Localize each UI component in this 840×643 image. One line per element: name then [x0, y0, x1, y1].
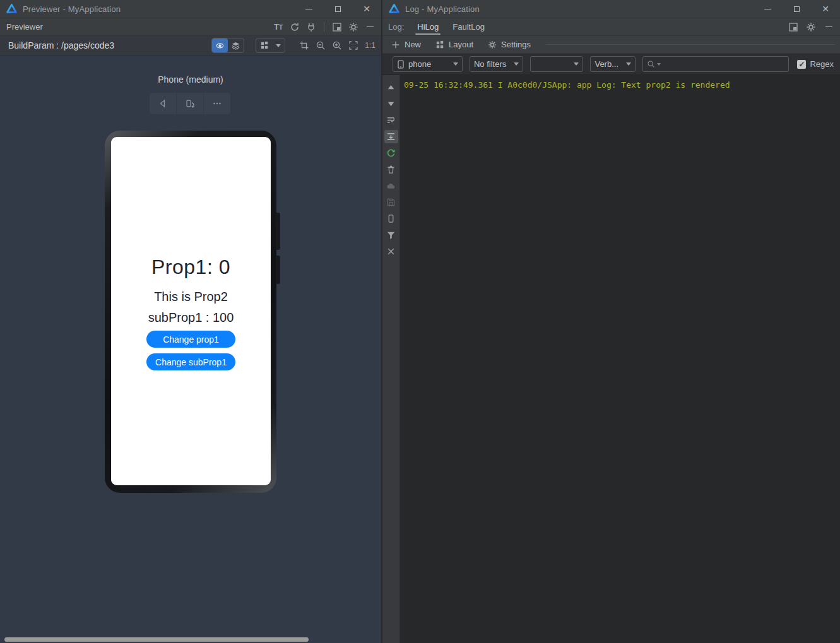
chevron-down-icon — [453, 62, 458, 66]
close-button[interactable]: ✕ — [352, 0, 381, 18]
tab-faultlog[interactable]: FaultLog — [446, 18, 492, 35]
previewer-toolbar: Previewer TT — [0, 18, 381, 36]
previewer-toolbar-icons: TT — [272, 21, 376, 33]
refresh-icon[interactable] — [288, 21, 301, 33]
actionbar-separator — [546, 44, 835, 45]
settings-button[interactable]: Settings — [487, 40, 531, 50]
log-body: 09-25 16:32:49.361 I A0c0d0/JSApp: app L… — [382, 75, 840, 643]
log-level-select[interactable]: Verb... — [590, 56, 635, 72]
process-select[interactable] — [530, 56, 583, 72]
fit-to-window-icon[interactable] — [347, 39, 360, 52]
previewer-window-controls: ✕ — [294, 0, 381, 18]
scroll-up-icon[interactable] — [384, 81, 398, 94]
layers-icon[interactable] — [228, 38, 244, 52]
log-tabbar-icons — [787, 21, 835, 33]
log-sidebar — [382, 75, 400, 643]
filter-funnel-icon[interactable] — [384, 228, 398, 242]
phone-screen: Prop1: 0 This is Prop2 subProp1 : 100 Ch… — [111, 137, 271, 485]
grid-icon[interactable] — [256, 38, 272, 52]
device-select[interactable]: phone — [393, 56, 463, 72]
previewer-window: Previewer - MyApplication ✕ Previewer TT — [0, 0, 381, 643]
font-size-icon[interactable]: TT — [272, 21, 285, 33]
save-log-icon[interactable] — [384, 196, 398, 209]
log-label: Log: — [388, 22, 404, 32]
zoom-ratio-label[interactable]: 1:1 — [364, 41, 377, 50]
hide-panel-icon[interactable] — [822, 21, 835, 33]
preview-nav-group — [150, 93, 230, 114]
previewer-window-title: Previewer - MyApplication — [23, 4, 121, 14]
search-input[interactable] — [663, 59, 785, 69]
gear-icon[interactable] — [347, 21, 360, 33]
subprop1-text: subProp1 : 100 — [111, 310, 271, 325]
prop2-text: This is Prop2 — [111, 290, 271, 304]
back-button[interactable] — [150, 93, 177, 114]
change-prop1-button[interactable]: Change prop1 — [146, 331, 235, 348]
close-button[interactable]: ✕ — [811, 0, 840, 18]
minimize-button[interactable] — [753, 0, 782, 18]
gear-icon[interactable] — [805, 21, 817, 33]
cloud-icon[interactable] — [384, 179, 398, 192]
scroll-to-end-icon[interactable] — [384, 130, 398, 143]
chevron-down-icon[interactable] — [272, 38, 285, 52]
panel-layout-icon[interactable] — [787, 21, 800, 33]
eye-preview-icon[interactable] — [212, 38, 228, 52]
scroll-down-icon[interactable] — [384, 97, 398, 110]
regex-label: Regex — [810, 59, 834, 69]
desktop: Previewer - MyApplication ✕ Previewer TT — [0, 0, 840, 643]
soft-wrap-icon[interactable] — [384, 114, 398, 127]
maximize-button[interactable] — [323, 0, 352, 18]
gear-icon — [487, 40, 497, 50]
phone-frame: Prop1: 0 This is Prop2 subProp1 : 100 Ch… — [105, 131, 276, 493]
search-history-caret[interactable] — [657, 63, 661, 66]
preview-canvas: Phone (medium) Prop1: 0 — [0, 56, 381, 643]
zoom-out-icon[interactable] — [314, 39, 327, 52]
horizontal-scrollbar[interactable] — [4, 637, 309, 642]
build-param-bar: BuildParam : /pages/code3 — [0, 36, 381, 56]
chevron-down-icon — [626, 62, 631, 66]
phone-volume-button — [276, 213, 280, 250]
chevron-down-icon — [574, 62, 579, 66]
maximize-button[interactable] — [782, 0, 811, 18]
chevron-down-icon — [514, 62, 519, 66]
clear-log-icon[interactable] — [384, 163, 398, 176]
inspector-plug-icon[interactable] — [305, 21, 317, 33]
layout-button[interactable]: Layout — [435, 40, 473, 50]
log-window-title: Log - MyApplication — [405, 4, 480, 14]
prop1-text: Prop1: 0 — [111, 256, 271, 279]
zoom-in-icon[interactable] — [331, 39, 343, 52]
previewer-titlebar[interactable]: Previewer - MyApplication ✕ — [0, 0, 381, 18]
previewer-tool-label: Previewer — [6, 22, 43, 32]
tab-hilog[interactable]: HiLog — [410, 18, 446, 35]
log-tabbar: Log: HiLog FaultLog — [382, 18, 840, 36]
regex-checkbox[interactable]: ✓ — [797, 60, 806, 69]
plus-icon — [391, 40, 401, 50]
log-actionbar: New Layout Settings — [382, 36, 840, 54]
close-panel-icon[interactable] — [384, 245, 398, 258]
build-toolbar: 1:1 — [211, 38, 377, 53]
frame-crop-icon[interactable] — [298, 39, 311, 52]
build-param-label: BuildParam : /pages/code3 — [8, 40, 114, 50]
log-window: Log - MyApplication ✕ Log: HiLog FaultLo… — [381, 0, 840, 643]
new-session-button[interactable]: New — [391, 40, 421, 50]
toolbar-divider — [324, 22, 324, 32]
search-icon — [647, 60, 655, 68]
device-label: Phone (medium) — [0, 74, 381, 85]
device-screenshot-icon[interactable] — [384, 212, 398, 225]
filter-select[interactable]: No filters — [470, 56, 523, 72]
deveco-logo-icon — [389, 4, 399, 15]
log-output-area[interactable]: 09-25 16:32:49.361 I A0c0d0/JSApp: app L… — [400, 75, 840, 643]
rotate-device-button[interactable] — [177, 93, 204, 114]
phone-power-button — [276, 256, 280, 284]
restart-session-icon[interactable] — [384, 146, 398, 160]
hide-panel-icon[interactable] — [364, 21, 376, 33]
search-box — [642, 56, 790, 72]
log-titlebar[interactable]: Log - MyApplication ✕ — [382, 0, 840, 18]
change-subprop1-button[interactable]: Change subProp1 — [146, 353, 235, 370]
deveco-logo-icon — [6, 4, 17, 15]
minimize-button[interactable] — [294, 0, 323, 18]
view-mode-group — [211, 38, 244, 53]
log-window-controls: ✕ — [753, 0, 840, 18]
log-filterbar: phone No filters Verb... — [382, 54, 840, 75]
more-button[interactable] — [204, 93, 230, 114]
panel-layout-icon[interactable] — [331, 21, 343, 33]
